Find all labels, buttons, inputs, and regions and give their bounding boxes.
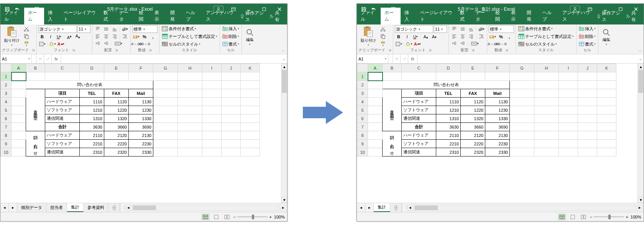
align-middle-button[interactable]: [459, 26, 467, 33]
spreadsheet-grid[interactable]: A B C D E F G H I J K 1 2: [357, 64, 616, 157]
row-header[interactable]: 7: [1, 123, 12, 131]
data-cell[interactable]: 1120: [104, 98, 129, 106]
data-cell[interactable]: 1320: [104, 114, 129, 123]
data-cell[interactable]: 1320: [461, 114, 485, 123]
row-header[interactable]: 8: [357, 131, 368, 140]
borders-button[interactable]: ▾: [395, 41, 402, 47]
data-header[interactable]: TEL: [80, 89, 104, 98]
paste-button[interactable]: 貼り付け ▾: [2, 25, 22, 47]
tab-data[interactable]: データ: [472, 8, 492, 24]
number-format-combo[interactable]: 標準▾: [489, 25, 514, 33]
name-box[interactable]: ▾: [0, 54, 32, 63]
zoom-out-icon[interactable]: −: [590, 215, 592, 219]
decrease-font-button[interactable]: A▾: [430, 33, 438, 40]
row-header[interactable]: 1: [1, 72, 12, 81]
scrollbar-thumb[interactable]: [415, 205, 438, 210]
format-cells-button[interactable]: 書式▾: [578, 41, 596, 47]
sheet-tab[interactable]: 担当者: [46, 203, 67, 212]
tell-me[interactable]: 操作アシス: [238, 8, 267, 24]
data-cell[interactable]: 1230: [485, 106, 510, 114]
row-header[interactable]: 7: [357, 123, 368, 131]
comma-button[interactable]: ,: [149, 33, 157, 40]
align-left-button[interactable]: [94, 33, 102, 40]
formula-bar[interactable]: [61, 54, 280, 63]
tab-antenna-house[interactable]: アンテナハウス: [559, 8, 595, 24]
bold-button[interactable]: B: [38, 33, 46, 40]
horizontal-scrollbar[interactable]: [132, 205, 279, 211]
percent-button[interactable]: %: [141, 33, 148, 40]
vertical-scrollbar[interactable]: ▴ ▾: [281, 64, 287, 203]
decrease-indent-button[interactable]: [450, 40, 458, 47]
tab-insert[interactable]: 挿入: [401, 8, 416, 24]
paste-button[interactable]: 貼り付け▾: [358, 25, 378, 47]
underline-button[interactable]: U▾: [412, 33, 419, 40]
data-header[interactable]: Mail: [485, 89, 510, 98]
cell[interactable]: [368, 72, 383, 81]
tab-help[interactable]: ヘルプ: [182, 8, 202, 24]
data-cell[interactable]: 1310: [80, 114, 104, 123]
vertical-scrollbar[interactable]: ▴ ▾: [637, 64, 644, 203]
col-header[interactable]: B: [383, 64, 402, 72]
row-header[interactable]: 10: [357, 148, 368, 157]
increase-font-button[interactable]: A▴: [422, 33, 430, 40]
data-cell[interactable]: 2130: [485, 131, 510, 140]
tab-file[interactable]: ファイル: [0, 8, 24, 24]
data-cell[interactable]: 通信関連: [402, 114, 436, 123]
format-as-table-button[interactable]: テーブルとして書式設定▾: [161, 33, 218, 40]
percent-button[interactable]: %: [497, 33, 505, 40]
data-cell[interactable]: 3690: [129, 123, 153, 131]
sheet-nav-next-icon[interactable]: ▸: [9, 203, 17, 212]
format-painter-button[interactable]: [23, 40, 30, 47]
spreadsheet-grid[interactable]: A B C D E F G H I J K 1: [0, 64, 260, 157]
sheet-tab[interactable]: 集計: [67, 203, 84, 212]
tab-view[interactable]: 表示: [507, 8, 523, 24]
data-cell[interactable]: ハードウェア: [402, 131, 436, 140]
row-header[interactable]: 2: [357, 81, 368, 89]
data-header[interactable]: FAX: [104, 89, 129, 98]
data-cell[interactable]: 2230: [485, 140, 510, 148]
formula-cancel-icon[interactable]: [36, 54, 44, 63]
copy-button[interactable]: [23, 33, 30, 40]
scroll-down-icon[interactable]: ▾: [281, 197, 287, 203]
tab-home[interactable]: ホーム: [381, 8, 401, 24]
col-header[interactable]: K: [597, 64, 616, 72]
data-cell[interactable]: ハードウェア: [402, 98, 436, 106]
data-cell[interactable]: 2220: [461, 140, 485, 148]
data-cell[interactable]: 3690: [485, 123, 510, 131]
format-cells-button[interactable]: 書式▾: [222, 41, 240, 47]
increase-indent-button[interactable]: [459, 40, 467, 47]
col-header[interactable]: J: [222, 64, 241, 72]
zoom-in-icon[interactable]: +: [626, 215, 628, 219]
fill-color-button[interactable]: ▾: [49, 41, 56, 47]
col-header[interactable]: K: [241, 64, 260, 72]
tab-insert[interactable]: 挿入: [44, 8, 60, 24]
row-header[interactable]: 8: [1, 131, 12, 140]
data-cell[interactable]: ソフトウェア: [402, 140, 436, 148]
col-header[interactable]: E: [461, 64, 485, 72]
zoom-slider[interactable]: − +: [233, 215, 272, 219]
align-bottom-button[interactable]: [111, 26, 118, 33]
cut-button[interactable]: [379, 26, 387, 33]
align-bottom-button[interactable]: [467, 26, 475, 33]
row-header[interactable]: 3: [1, 89, 12, 98]
fill-color-button[interactable]: ▾: [405, 41, 413, 47]
find-select-button[interactable]: 編集 ▾: [243, 28, 256, 47]
col-header[interactable]: I: [559, 64, 578, 72]
tab-antenna-house[interactable]: アンテナハウス: [202, 8, 238, 24]
decrease-indent-button[interactable]: [94, 40, 102, 47]
wrap-text-button[interactable]: [478, 33, 485, 40]
chevron-down-icon[interactable]: ▾: [383, 57, 386, 60]
data-cell[interactable]: 1110: [436, 98, 461, 106]
tab-developer[interactable]: 開発: [166, 8, 182, 24]
data-cell[interactable]: 2310: [80, 148, 104, 157]
data-cell[interactable]: 通信関連: [45, 148, 80, 157]
accounting-format-button[interactable]: 💴▾: [132, 33, 140, 40]
row-header[interactable]: 4: [357, 98, 368, 106]
select-all-corner[interactable]: [1, 64, 12, 72]
data-title[interactable]: 問い合わせ表: [26, 81, 153, 89]
col-header[interactable]: E: [104, 64, 129, 72]
data-total-label[interactable]: 合計: [45, 123, 80, 131]
data-cell[interactable]: 2210: [436, 140, 461, 148]
data-title[interactable]: 問い合わせ表: [383, 81, 510, 89]
row-group-label[interactable]: 問い合わせ: [26, 131, 45, 157]
